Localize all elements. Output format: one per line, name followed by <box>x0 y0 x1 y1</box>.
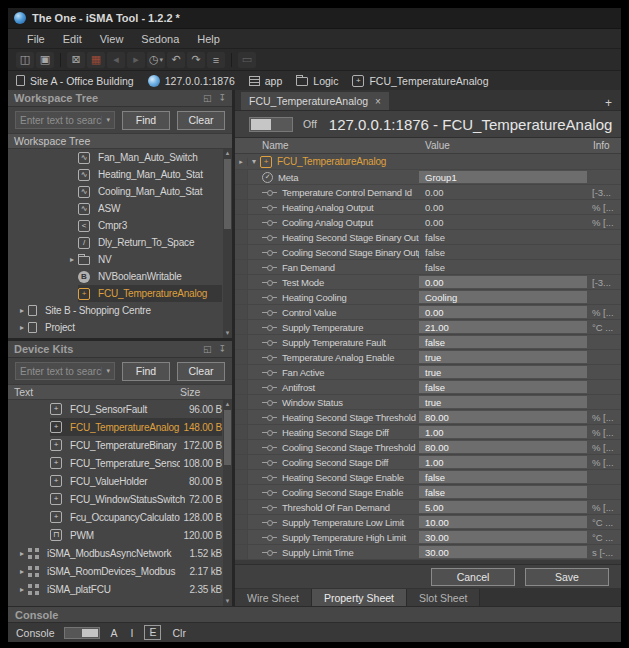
cancel-button[interactable]: Cancel <box>431 568 515 586</box>
tree-item[interactable]: /Dly_Return_To_Space <box>8 234 232 251</box>
breadcrumb-item[interactable]: app <box>249 75 283 87</box>
tree-item[interactable]: ∿Cooling_Man_Auto_Stat <box>8 183 232 200</box>
save-icon[interactable]: ▣ <box>36 52 54 68</box>
view-tab-slot-sheet[interactable]: Slot Sheet <box>407 589 480 606</box>
maximize-panel-icon[interactable]: ◱ <box>203 93 212 103</box>
property-row[interactable]: Heating CoolingCooling <box>235 290 621 305</box>
scroll-up-icon[interactable]: ▲ <box>223 149 232 158</box>
property-value-cell[interactable]: 5.00 <box>419 501 587 513</box>
property-value-cell[interactable]: true <box>419 366 587 378</box>
expand-caret-icon[interactable]: ▸ <box>66 255 78 264</box>
property-row[interactable]: Antifrostfalse <box>235 380 621 395</box>
view-tab-wire-sheet[interactable]: Wire Sheet <box>235 589 312 606</box>
property-value-cell[interactable]: 10.00 <box>419 516 587 528</box>
kit-item[interactable]: +FCU_ValueHolder80.00 B <box>8 472 232 490</box>
breadcrumb-item[interactable]: Site A - Office Building <box>16 75 134 87</box>
workspace-tree-find-button[interactable]: Find <box>122 111 170 130</box>
expand-caret-icon[interactable]: ▸ <box>16 306 28 315</box>
scroll-up-icon[interactable]: ▲ <box>223 400 232 409</box>
device-kits-search-combo[interactable]: ▾ <box>15 362 115 380</box>
save-button[interactable]: Save <box>525 568 609 586</box>
device-kits-clear-button[interactable]: Clear <box>177 362 225 381</box>
property-row[interactable]: Fan Activetrue <box>235 365 621 380</box>
property-row[interactable]: Fan Demandfalse <box>235 260 621 275</box>
chevron-down-icon[interactable]: ▾ <box>106 116 114 124</box>
maximize-panel-icon[interactable]: ◱ <box>203 344 212 354</box>
pin-panel-icon[interactable]: ↧ <box>218 344 226 354</box>
kit-item[interactable]: +FCU_Temperature_Sensors_Switch108.00 B <box>8 454 232 472</box>
property-row[interactable]: Cooling Second Stage Threshold80.00% [..… <box>235 440 621 455</box>
property-row[interactable]: Threshold Of Fan Demand5.00% [... <box>235 500 621 515</box>
property-value-cell[interactable]: Cooling <box>419 291 587 303</box>
breadcrumb-item[interactable]: 127.0.0.1:1876 <box>148 75 235 87</box>
property-row[interactable]: Cooling Second Stage Diff1.00% [... <box>235 455 621 470</box>
expand-caret-icon[interactable]: ▸ <box>16 323 28 332</box>
property-value-cell[interactable]: 0.00 <box>419 306 587 318</box>
property-row[interactable]: Supply Limit Time30.00s [-... <box>235 545 621 560</box>
menu-file[interactable]: File <box>18 33 54 45</box>
property-value-cell[interactable]: 1.00 <box>419 426 587 438</box>
tree-item[interactable]: ▸NV <box>8 251 232 268</box>
workspace-tree-search-combo[interactable]: ▾ <box>15 111 115 129</box>
kit-item[interactable]: ▸iSMA_RoomDevices_Modbus2.17 kB <box>8 562 232 580</box>
nav-back-icon[interactable]: ◂ <box>107 52 125 68</box>
menu-edit[interactable]: Edit <box>54 33 91 45</box>
property-row[interactable]: Supply Temperature21.00°C ... <box>235 320 621 335</box>
property-row[interactable]: Temperature Control Demand Id0.00[-3... <box>235 185 621 200</box>
kit-item[interactable]: +FCU_TemperatureBinary172.00 B <box>8 436 232 454</box>
property-root-row[interactable]: ▸ ▾ + FCU_TemperatureAnalog <box>235 154 621 170</box>
property-row[interactable]: Heating Analog Output0.00% [... <box>235 200 621 215</box>
kit-item[interactable]: ⊓PWM120.00 B <box>8 526 232 544</box>
menu-view[interactable]: View <box>91 33 133 45</box>
property-row[interactable]: Supply Temperature Faultfalse <box>235 335 621 350</box>
property-value-cell[interactable]: true <box>419 351 587 363</box>
no-edit-icon[interactable]: ⊠ <box>67 52 85 68</box>
property-row[interactable]: Heating Second Stage Threshold80.00% [..… <box>235 410 621 425</box>
kit-item[interactable]: +FCU_SensorFault96.00 B <box>8 400 232 418</box>
scroll-down-icon[interactable]: ▼ <box>223 597 232 606</box>
list-icon[interactable]: ≡ <box>207 52 225 68</box>
property-row[interactable]: Control Value0.00% [... <box>235 305 621 320</box>
property-row[interactable]: Cooling Second Stage Binary Outputfalse <box>235 245 621 260</box>
property-row[interactable]: Heating Second Stage Enablefalse <box>235 470 621 485</box>
property-value-cell[interactable]: false <box>419 471 587 483</box>
device-kits-find-button[interactable]: Find <box>122 362 170 381</box>
property-row[interactable]: Heating Second Stage Diff1.00% [... <box>235 425 621 440</box>
console-toggle[interactable] <box>64 627 100 639</box>
property-row[interactable]: Supply Temperature Low Limit10.00°C ... <box>235 515 621 530</box>
device-kits-scrollbar[interactable]: ▲ ▼ <box>223 400 232 606</box>
property-row[interactable]: Supply Temperature High Limit30.00°C ... <box>235 530 621 545</box>
console-button-clr[interactable]: Clr <box>170 627 187 639</box>
new-tab-button[interactable]: + <box>605 96 621 110</box>
property-value-cell[interactable]: true <box>419 396 587 408</box>
tree-item[interactable]: ∿Heating_Man_Auto_Stat <box>8 166 232 183</box>
console-button-a[interactable]: A <box>109 627 120 639</box>
redo-icon[interactable]: ↷ <box>187 52 205 68</box>
kit-item[interactable]: +FCU_TemperatureAnalog148.00 B <box>8 418 232 436</box>
chevron-down-icon[interactable]: ▾ <box>106 367 114 375</box>
collapse-caret-icon[interactable]: ▾ <box>248 157 260 166</box>
property-row[interactable]: Temperature Analog Enabletrue <box>235 350 621 365</box>
pin-panel-icon[interactable]: ↧ <box>218 93 226 103</box>
layout-panels-icon[interactable]: ◫ <box>16 52 34 68</box>
kit-item[interactable]: +Fcu_OccupancyCalculator128.00 B <box>8 508 232 526</box>
expand-caret-icon[interactable]: ▸ <box>16 567 28 576</box>
property-value-cell[interactable]: 30.00 <box>419 531 587 543</box>
expand-caret-icon[interactable]: ▸ <box>16 585 28 594</box>
tree-item[interactable]: ∿ASW <box>8 200 232 217</box>
scroll-thumb[interactable] <box>224 159 231 229</box>
scroll-down-icon[interactable]: ▼ <box>223 329 232 338</box>
kit-item[interactable]: +FCU_WindowStatusSwitch72.00 B <box>8 490 232 508</box>
tree-item[interactable]: BNVBooleanWritable <box>8 268 232 285</box>
kit-item[interactable]: ▸iSMA_platFCU2.35 kB <box>8 580 232 598</box>
property-row[interactable]: Test Mode0.00[-3... <box>235 275 621 290</box>
property-value-cell[interactable]: Group1 <box>419 171 587 183</box>
tree-item[interactable]: ▸Site B - Shopping Centre <box>8 302 232 319</box>
close-icon[interactable]: × <box>375 96 381 107</box>
scroll-thumb[interactable] <box>224 410 231 465</box>
property-value-cell[interactable]: false <box>419 336 587 348</box>
property-row[interactable]: Cooling Analog Output0.00% [... <box>235 215 621 230</box>
tree-item[interactable]: +FCU_TemperatureAnalog <box>8 285 232 302</box>
nav-forward-icon[interactable]: ▸ <box>127 52 145 68</box>
property-row[interactable]: Cooling Second Stage Enablefalse <box>235 485 621 500</box>
